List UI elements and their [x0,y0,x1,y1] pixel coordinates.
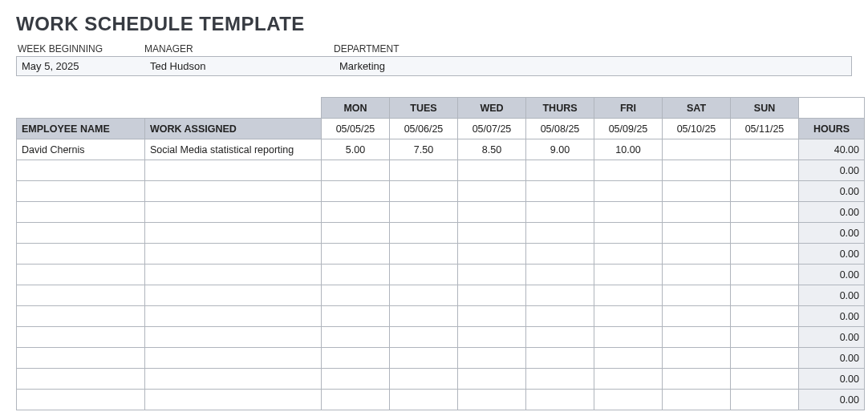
cell-employee[interactable] [17,285,145,306]
cell-day[interactable] [731,181,799,202]
cell-day[interactable] [594,285,663,306]
cell-day[interactable] [594,369,663,390]
cell-employee[interactable]: David Chernis [17,139,145,160]
cell-day[interactable] [458,285,526,306]
cell-work[interactable] [145,285,322,306]
cell-day[interactable] [458,306,526,327]
cell-day[interactable] [594,181,663,202]
cell-day[interactable] [390,348,458,369]
cell-day[interactable] [458,223,526,244]
cell-day[interactable] [322,223,390,244]
cell-day[interactable] [322,285,390,306]
cell-day[interactable] [322,390,390,410]
cell-day[interactable] [663,244,731,265]
cell-work[interactable] [145,202,322,223]
cell-day[interactable] [731,306,799,327]
cell-work[interactable] [145,223,322,244]
cell-day[interactable] [731,139,799,160]
cell-day[interactable] [526,181,594,202]
cell-day[interactable] [322,202,390,223]
cell-day[interactable] [322,160,390,181]
value-week-beginning[interactable]: May 5, 2025 [17,57,145,75]
cell-day[interactable] [594,244,663,265]
cell-day[interactable] [322,327,390,348]
cell-day[interactable] [390,160,458,181]
cell-day[interactable] [322,348,390,369]
cell-day[interactable] [663,223,731,244]
cell-day[interactable] [731,390,799,410]
cell-day[interactable] [526,306,594,327]
cell-employee[interactable] [17,202,145,223]
cell-day[interactable] [458,348,526,369]
cell-day[interactable] [458,390,526,410]
cell-day[interactable] [390,265,458,285]
cell-day[interactable] [731,160,799,181]
cell-day[interactable] [458,202,526,223]
cell-day[interactable] [322,265,390,285]
cell-day[interactable] [594,265,663,285]
cell-employee[interactable] [17,327,145,348]
cell-day[interactable] [731,369,799,390]
cell-work[interactable] [145,369,322,390]
cell-day[interactable]: 5.00 [322,139,390,160]
cell-employee[interactable] [17,181,145,202]
cell-work[interactable] [145,348,322,369]
cell-employee[interactable] [17,223,145,244]
cell-day[interactable] [663,202,731,223]
cell-day[interactable] [594,160,663,181]
cell-day[interactable] [663,139,731,160]
cell-day[interactable] [526,244,594,265]
cell-work[interactable] [145,181,322,202]
cell-day[interactable] [663,369,731,390]
cell-day[interactable] [526,160,594,181]
cell-day[interactable] [526,223,594,244]
cell-work[interactable] [145,327,322,348]
cell-day[interactable]: 7.50 [390,139,458,160]
cell-day[interactable] [526,202,594,223]
cell-day[interactable]: 10.00 [594,139,663,160]
cell-day[interactable] [731,244,799,265]
cell-employee[interactable] [17,369,145,390]
value-manager[interactable]: Ted Hudson [145,57,335,75]
cell-day[interactable] [663,327,731,348]
cell-day[interactable] [663,390,731,410]
cell-employee[interactable] [17,348,145,369]
cell-work[interactable] [145,265,322,285]
cell-day[interactable] [594,327,663,348]
cell-day[interactable] [322,181,390,202]
cell-employee[interactable] [17,306,145,327]
cell-day[interactable] [458,265,526,285]
cell-day[interactable] [390,369,458,390]
cell-day[interactable] [663,285,731,306]
cell-day[interactable] [731,223,799,244]
cell-day[interactable] [526,390,594,410]
cell-day[interactable] [458,369,526,390]
cell-day[interactable] [594,223,663,244]
cell-day[interactable] [390,285,458,306]
cell-day[interactable] [594,348,663,369]
cell-day[interactable] [731,327,799,348]
cell-day[interactable] [458,160,526,181]
cell-day[interactable] [458,181,526,202]
cell-day[interactable] [594,306,663,327]
cell-day[interactable] [526,369,594,390]
value-department[interactable]: Marketing [335,57,851,75]
cell-day[interactable] [390,202,458,223]
cell-work[interactable]: Social Media statistical reporting [145,139,322,160]
cell-day[interactable] [458,327,526,348]
cell-day[interactable] [390,306,458,327]
cell-employee[interactable] [17,390,145,410]
cell-day[interactable] [390,327,458,348]
cell-day[interactable] [663,181,731,202]
cell-day[interactable] [322,306,390,327]
cell-day[interactable] [663,306,731,327]
cell-day[interactable] [663,348,731,369]
cell-work[interactable] [145,306,322,327]
cell-day[interactable] [390,181,458,202]
cell-day[interactable]: 8.50 [458,139,526,160]
cell-day[interactable] [731,348,799,369]
cell-day[interactable] [390,244,458,265]
cell-day[interactable] [390,390,458,410]
cell-day[interactable] [594,390,663,410]
cell-work[interactable] [145,390,322,410]
